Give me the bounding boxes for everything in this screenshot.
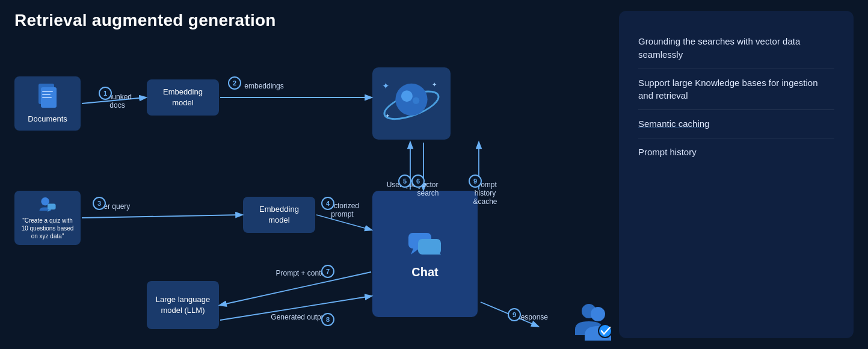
embedding-model-1-box: Embedding model xyxy=(147,79,219,116)
right-item-4: Prompt history xyxy=(638,138,834,166)
main-container: Retrieval augmented generation xyxy=(0,0,868,349)
step-8-circle: 8 xyxy=(321,313,334,326)
step-1-circle: 1 xyxy=(99,87,112,100)
right-panel: Grounding the searches with vector data … xyxy=(619,11,854,338)
user-chat-icon xyxy=(38,196,57,214)
right-item-1: Grounding the searches with vector data … xyxy=(638,28,834,69)
diagram: Documents 1 Chunked docs Embedding model… xyxy=(14,43,608,338)
svg-line-2 xyxy=(82,215,242,218)
right-item-3: Semantic caching xyxy=(638,110,834,138)
document-icon xyxy=(36,82,59,110)
step-9a-circle: 9 xyxy=(469,174,482,188)
svg-point-21 xyxy=(413,97,419,104)
left-panel: Retrieval augmented generation xyxy=(14,11,608,338)
user-query-box: "Create a quiz with 10 questions based o… xyxy=(14,191,81,245)
svg-rect-13 xyxy=(42,94,51,95)
response-person xyxy=(568,302,613,344)
step-4-circle: 4 xyxy=(321,197,334,210)
svg-point-20 xyxy=(401,90,413,102)
page-title: Retrieval augmented generation xyxy=(14,11,608,30)
svg-text:✦: ✦ xyxy=(382,81,390,91)
llm-box: Large language model (LLM) xyxy=(147,281,219,329)
svg-point-19 xyxy=(395,84,427,116)
embedding-model-2-box: Embedding model xyxy=(243,197,315,233)
step-7-circle: 7 xyxy=(321,265,334,278)
step-2-circle: 2 xyxy=(228,76,241,90)
svg-rect-23 xyxy=(48,204,56,210)
svg-rect-12 xyxy=(42,91,53,92)
chat-box: Chat xyxy=(372,191,478,317)
svg-marker-26 xyxy=(411,249,419,255)
step-3-circle: 3 xyxy=(93,197,106,210)
response-person-icon xyxy=(568,302,613,341)
step-5-circle: 5 xyxy=(398,174,411,188)
embeddings-label: embeddings xyxy=(240,82,288,90)
svg-text:✦: ✦ xyxy=(432,81,437,88)
svg-rect-14 xyxy=(42,97,52,98)
vector-db-box: ✦ ✦ ✦ xyxy=(372,67,451,140)
svg-point-30 xyxy=(591,307,605,321)
vector-db-icon: ✦ ✦ ✦ xyxy=(377,70,446,137)
right-item-2: Support large Knowledge bases for ingest… xyxy=(638,69,834,111)
documents-box: Documents xyxy=(14,76,81,131)
svg-point-31 xyxy=(599,324,612,338)
chat-icon xyxy=(407,228,443,258)
step-6-circle: 6 xyxy=(411,174,425,188)
step-9b-circle: 9 xyxy=(508,308,521,321)
